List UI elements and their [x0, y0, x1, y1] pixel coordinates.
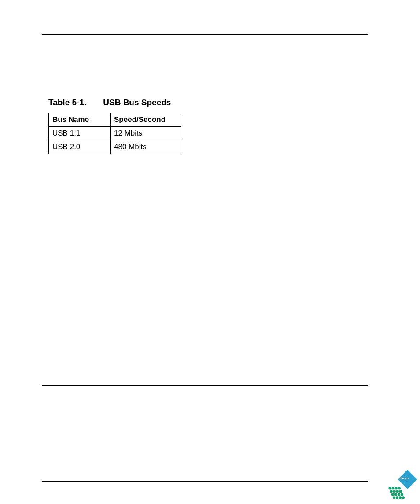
table-caption: Table 5-1. USB Bus Speeds: [48, 98, 181, 107]
svg-point-13: [396, 496, 398, 499]
col-header-bus: Bus Name: [49, 113, 111, 127]
svg-point-10: [398, 493, 400, 496]
svg-point-0: [388, 487, 391, 489]
table-row: USB 1.1 12 Mbits: [49, 127, 181, 140]
svg-point-9: [394, 493, 397, 496]
cell-bus: USB 2.0: [49, 140, 111, 154]
svg-point-7: [399, 490, 402, 493]
svg-point-1: [392, 487, 394, 489]
usb-speeds-table-block: Table 5-1. USB Bus Speeds Bus Name Speed…: [48, 98, 181, 154]
cell-speed: 480 Mbits: [111, 140, 181, 154]
table-number: Table 5-1.: [48, 98, 86, 107]
telkom-logo-icon: Telkom: [383, 467, 417, 501]
divider-bottom: [42, 481, 368, 482]
svg-point-3: [398, 487, 401, 489]
divider-middle: [42, 385, 368, 386]
table-header-row: Bus Name Speed/Second: [49, 113, 181, 127]
svg-point-14: [399, 496, 402, 499]
cell-speed: 12 Mbits: [111, 127, 181, 140]
svg-point-12: [393, 496, 395, 499]
svg-point-4: [390, 490, 393, 493]
table-title: USB Bus Speeds: [103, 98, 171, 107]
divider-top: [42, 34, 368, 35]
svg-point-5: [393, 490, 396, 493]
svg-point-15: [402, 496, 405, 499]
svg-point-11: [401, 493, 403, 496]
logo-text: Telkom: [397, 476, 409, 480]
svg-point-8: [391, 493, 394, 496]
logo-dots: [388, 487, 405, 499]
svg-point-2: [395, 487, 398, 489]
cell-bus: USB 1.1: [49, 127, 111, 140]
usb-speeds-table: Bus Name Speed/Second USB 1.1 12 Mbits U…: [48, 113, 181, 154]
col-header-speed: Speed/Second: [111, 113, 181, 127]
table-row: USB 2.0 480 Mbits: [49, 140, 181, 154]
svg-point-6: [396, 490, 399, 493]
